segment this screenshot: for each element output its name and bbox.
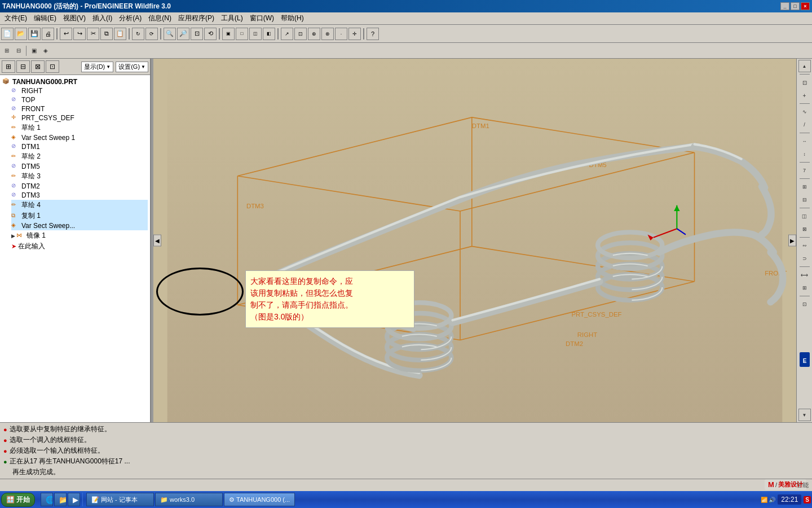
tree-item-varsweep2[interactable]: ◈ Var Sect Sweep...	[11, 221, 148, 230]
taskbar-works[interactable]: 📁 works3.0	[155, 493, 223, 506]
tb-zoom-in[interactable]: 🔍	[164, 28, 176, 40]
maximize-button[interactable]: □	[791, 2, 800, 10]
tb-display3[interactable]: ◫	[249, 28, 262, 40]
tb-cut[interactable]: ✂	[87, 28, 99, 40]
tree-item-sketch2[interactable]: ✏ 草绘 2	[11, 151, 148, 162]
tree-item-dtm1[interactable]: ⊘ DTM1	[11, 142, 148, 151]
menu-analysis[interactable]: 分析(A)	[116, 12, 145, 24]
tb-datum[interactable]: ⊕	[308, 28, 320, 40]
tree-item-varsweep1[interactable]: ◈ Var Sect Sweep 1	[11, 133, 148, 142]
tree-item-dtm3[interactable]: ⊘ DTM3	[11, 191, 148, 200]
tb-select[interactable]: ↗	[281, 28, 293, 40]
start-button[interactable]: 🪟 开始	[1, 493, 35, 507]
tb-regen[interactable]: ↻	[132, 28, 144, 40]
rt-grid2[interactable]: ⊟	[798, 194, 811, 206]
rt-line[interactable]: /	[798, 119, 811, 131]
left-collapse-arrow[interactable]: ◀	[153, 235, 161, 247]
rt-zoom-in[interactable]: +	[798, 89, 811, 102]
tb-misc1[interactable]: ?	[367, 28, 379, 40]
svg-text:E: E	[802, 358, 806, 364]
tree-item-dtm2[interactable]: ⊘ DTM2	[11, 182, 148, 191]
rt-scroll-up[interactable]: ▲	[798, 60, 811, 72]
tb-open[interactable]: 📂	[15, 28, 27, 40]
menu-window[interactable]: 窗口(W)	[246, 12, 277, 24]
tray-player[interactable]: ▶	[68, 493, 80, 506]
rt-datum-off[interactable]: ⊃	[798, 252, 811, 265]
tb-csys[interactable]: ✛	[348, 28, 361, 40]
tb2-view2[interactable]: ◈	[40, 45, 51, 56]
rt-datum-on[interactable]: ∾	[798, 239, 811, 252]
menu-help[interactable]: 帮助(H)	[277, 12, 307, 24]
tb2-comp[interactable]: ⊟	[13, 45, 24, 56]
lp-icon2[interactable]: ⊟	[16, 60, 30, 73]
tb-axis[interactable]: ⊗	[321, 28, 334, 40]
menu-view[interactable]: 视图(V)	[60, 12, 89, 24]
title-bar-controls[interactable]: _ □ ×	[780, 2, 810, 10]
tray-ie[interactable]: 🌐	[41, 493, 53, 506]
rt-logo-btn[interactable]: E	[798, 351, 811, 368]
tb-undo[interactable]: ↩	[60, 28, 72, 40]
tree-item-csys[interactable]: ✛ PRT_CSYS_DEF	[11, 113, 148, 122]
tb-rotate[interactable]: ⟲	[204, 28, 217, 40]
settings-dropdown[interactable]: 设置(G) ▼	[116, 62, 148, 72]
tb-copy[interactable]: ⧉	[100, 28, 113, 40]
tree-item-mirror1[interactable]: ▶ ⋈ 镜像 1	[11, 230, 148, 241]
mirror-expand[interactable]: ▶	[11, 233, 16, 239]
tb-zoom-out[interactable]: 🔎	[177, 28, 189, 40]
tree-item-top[interactable]: ⊘ TOP	[11, 95, 148, 104]
tb-display2[interactable]: □	[236, 28, 248, 40]
minimize-button[interactable]: _	[780, 2, 789, 10]
viewport[interactable]: DTM3 DTM5 DTM1 DTM2 FRONT RIGHT PRT_CSYS…	[153, 59, 796, 422]
tree-item-copy1[interactable]: ⧉ 复制 1	[11, 211, 148, 221]
tree-item-sketch1[interactable]: ✏ 草绘 1	[11, 122, 148, 133]
menu-file[interactable]: 文件(E)	[1, 12, 30, 24]
tb-paste[interactable]: 📋	[114, 28, 126, 40]
taskbar-proe[interactable]: ⚙ TANHUANG000 (...	[224, 493, 295, 506]
tree-item-dtm5[interactable]: ⊘ DTM5	[11, 162, 148, 171]
lp-icon4[interactable]: ⊡	[46, 60, 59, 73]
rt-grid1[interactable]: ⊞	[798, 181, 811, 193]
rt-rotate-y[interactable]: ↕	[798, 148, 811, 160]
rt-zoom-all[interactable]: ⊡	[798, 76, 811, 89]
rt-note[interactable]: ⊞	[798, 282, 811, 294]
tb-redo[interactable]: ↪	[73, 28, 86, 40]
tb-new[interactable]: 📄	[1, 28, 14, 40]
tb-filter[interactable]: ⊡	[294, 28, 307, 40]
rt-curve[interactable]: ∿	[798, 106, 811, 118]
tb-print[interactable]: 🖨	[42, 28, 54, 40]
tb-regen2[interactable]: ⟳	[145, 28, 158, 40]
tb-display4[interactable]: ◧	[263, 28, 275, 40]
tb-save[interactable]: 💾	[28, 28, 41, 40]
tb-pt[interactable]: ·	[335, 28, 347, 40]
menu-tools[interactable]: 工具(L)	[218, 12, 246, 24]
tree-root[interactable]: 📦 TANHUANG000.PRT	[2, 77, 148, 86]
display-dropdown[interactable]: 显示(D) ▼	[81, 62, 113, 72]
tree-item-front[interactable]: ⊘ FRONT	[11, 104, 148, 113]
rt-asm[interactable]: ⊠	[798, 223, 811, 235]
lp-icon3[interactable]: ⊠	[31, 60, 45, 73]
tb2-view1[interactable]: ▣	[28, 45, 39, 56]
rt-number7[interactable]: 7	[798, 164, 811, 177]
tb2-grid[interactable]: ⊞	[1, 45, 12, 56]
lp-icon1[interactable]: ⊞	[2, 60, 15, 73]
tree-item-sketch4[interactable]: ✏ 草绘 4	[11, 200, 148, 211]
rt-measure[interactable]: ⟷	[798, 269, 811, 281]
menu-app[interactable]: 应用程序(P)	[175, 12, 218, 24]
close-button[interactable]: ×	[801, 2, 810, 10]
feature-tree[interactable]: 📦 TANHUANG000.PRT ⊘ RIGHT ⊘ TOP ⊘ FRONT …	[0, 75, 150, 422]
rt-part[interactable]: ◫	[798, 210, 811, 222]
tray-folder[interactable]: 📂	[54, 493, 67, 506]
menu-info[interactable]: 信息(N)	[145, 12, 175, 24]
rt-rotate-x[interactable]: ↔	[798, 135, 811, 147]
tree-item-right[interactable]: ⊘ RIGHT	[11, 86, 148, 95]
tree-item-sketch3[interactable]: ✏ 草绘 3	[11, 171, 148, 182]
menu-insert[interactable]: 插入(I)	[89, 12, 116, 24]
tree-item-input[interactable]: ➤ 在此输入	[11, 241, 148, 252]
menu-edit[interactable]: 编辑(E)	[30, 12, 60, 24]
right-collapse-arrow[interactable]: ▶	[788, 235, 796, 247]
tb-display1[interactable]: ▣	[222, 28, 235, 40]
taskbar-notepad[interactable]: 📝 网站 - 记事本	[86, 493, 154, 506]
tb-zoom-fit[interactable]: ⊡	[191, 28, 203, 40]
rt-scroll-down[interactable]: ▼	[798, 409, 811, 421]
rt-misc1[interactable]: ⊡	[798, 298, 811, 310]
